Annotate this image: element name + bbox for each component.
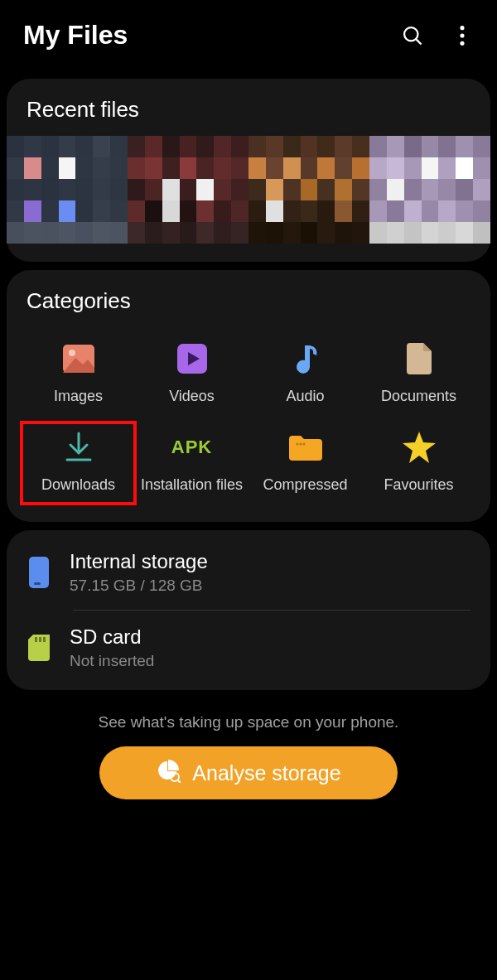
apk-icon: APK — [174, 429, 210, 466]
category-documents[interactable]: Documents — [362, 334, 475, 413]
svg-point-11 — [299, 442, 302, 445]
phone-icon — [27, 557, 51, 588]
downloads-icon — [60, 429, 97, 466]
svg-point-10 — [296, 442, 298, 445]
documents-icon — [401, 340, 437, 377]
category-label: Compressed — [263, 476, 347, 495]
internal-storage-text: Internal storage 57.15 GB / 128 GB — [70, 550, 470, 595]
pie-chart-icon — [156, 758, 181, 788]
svg-point-6 — [69, 350, 75, 356]
category-audio[interactable]: Audio — [248, 334, 362, 413]
svg-point-4 — [460, 41, 464, 45]
storage-status: Not inserted — [70, 652, 470, 670]
svg-rect-16 — [39, 637, 41, 642]
categories-card: Categories Images Videos Audio Documents — [7, 270, 490, 522]
svg-rect-15 — [35, 637, 37, 642]
recent-files-thumbnails[interactable] — [7, 136, 490, 244]
category-installation-files[interactable]: APK Installation files — [135, 422, 248, 504]
images-icon — [60, 340, 97, 377]
svg-line-19 — [178, 780, 181, 783]
storage-title: SD card — [70, 625, 470, 649]
compressed-icon — [287, 429, 324, 466]
analyse-storage-button[interactable]: Analyse storage — [99, 746, 398, 799]
sd-card-text: SD card Not inserted — [70, 625, 470, 670]
header-actions — [401, 24, 474, 47]
star-icon — [401, 429, 437, 466]
category-compressed[interactable]: Compressed — [248, 422, 362, 504]
storage-card: Internal storage 57.15 GB / 128 GB SD ca… — [7, 530, 490, 690]
analyse-button-label: Analyse storage — [192, 761, 340, 785]
category-downloads[interactable]: Downloads — [20, 421, 137, 506]
storage-title: Internal storage — [70, 550, 470, 573]
category-label: Installation files — [141, 476, 243, 495]
internal-storage-row[interactable]: Internal storage 57.15 GB / 128 GB — [7, 538, 490, 606]
category-label: Audio — [286, 387, 324, 406]
category-label: Images — [54, 387, 103, 406]
sd-card-row[interactable]: SD card Not inserted — [7, 614, 490, 682]
storage-usage: 57.15 GB / 128 GB — [70, 577, 470, 595]
category-videos[interactable]: Videos — [135, 334, 248, 413]
categories-grid: Images Videos Audio Documents Downloads — [7, 327, 490, 504]
audio-icon — [287, 340, 324, 377]
app-header: My Files — [0, 0, 497, 70]
footer-hint: See what's taking up space on your phone… — [0, 713, 497, 731]
app-title: My Files — [23, 20, 128, 51]
videos-icon — [174, 340, 210, 377]
recent-files-title: Recent files — [7, 97, 490, 136]
category-label: Favourites — [384, 476, 453, 495]
svg-rect-17 — [43, 637, 46, 642]
sd-card-icon — [27, 632, 51, 664]
divider — [73, 610, 470, 611]
category-label: Videos — [169, 387, 215, 406]
category-label: Downloads — [41, 476, 115, 495]
category-favourites[interactable]: Favourites — [362, 422, 475, 504]
search-icon[interactable] — [401, 24, 424, 47]
svg-line-1 — [417, 39, 422, 44]
category-images[interactable]: Images — [22, 334, 135, 413]
category-label: Documents — [381, 387, 456, 406]
svg-point-12 — [302, 442, 305, 445]
more-options-icon[interactable] — [451, 24, 474, 47]
svg-point-0 — [404, 27, 417, 41]
svg-rect-14 — [34, 582, 41, 585]
svg-point-2 — [460, 26, 464, 30]
categories-title: Categories — [7, 288, 490, 327]
recent-files-card: Recent files — [7, 79, 490, 262]
svg-point-3 — [460, 33, 464, 37]
